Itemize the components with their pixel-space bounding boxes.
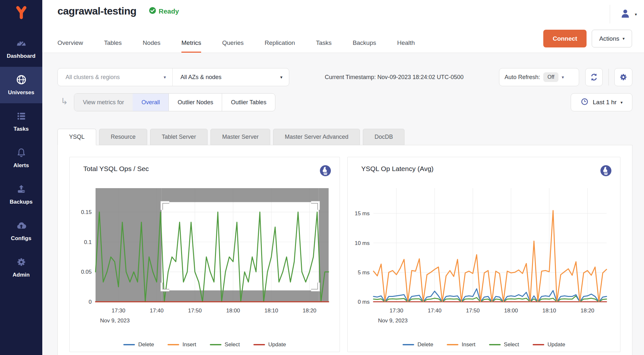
prometheus-icon[interactable] xyxy=(320,165,331,178)
legend-label: Insert xyxy=(182,341,196,348)
sidebar-item-label: Dashboard xyxy=(7,53,36,59)
auto-refresh-dropdown[interactable]: Auto Refresh: Off ▾ xyxy=(499,68,579,86)
divider xyxy=(610,5,610,24)
svg-text:0 ms: 0 ms xyxy=(358,299,370,305)
tab-queries[interactable]: Queries xyxy=(222,39,244,53)
azs-nodes-value: All AZs & nodes xyxy=(180,74,221,81)
view-metrics-label: View metrics for xyxy=(74,94,133,111)
legend-item-insert[interactable]: Insert xyxy=(447,341,475,348)
metric-tab-master-server-advanced[interactable]: Master Server Advanced xyxy=(273,129,360,145)
svg-text:17:50: 17:50 xyxy=(466,308,480,314)
sidebar-item-label: Alerts xyxy=(13,162,29,169)
sidebar-item-admin[interactable]: Admin xyxy=(0,249,42,286)
bell-icon xyxy=(16,147,27,159)
total-ysql-ops-chart[interactable]: 00.050.10.1517:3017:4017:5018:0018:1018:… xyxy=(74,185,335,326)
legend-item-select[interactable]: Select xyxy=(489,341,519,348)
svg-text:17:30: 17:30 xyxy=(112,308,126,314)
tab-overview[interactable]: Overview xyxy=(57,39,83,53)
clusters-regions-value: All clusters & regions xyxy=(66,74,120,81)
legend-item-update[interactable]: Update xyxy=(253,341,286,348)
metric-tab-tablet-server[interactable]: Tablet Server xyxy=(150,129,208,145)
sidebar-item-configs[interactable]: Configs xyxy=(0,213,42,249)
svg-text:18:10: 18:10 xyxy=(542,308,556,314)
svg-text:Nov 9, 2023: Nov 9, 2023 xyxy=(378,318,408,324)
metric-tab-resource[interactable]: Resource xyxy=(99,129,147,145)
task-list-icon xyxy=(16,111,27,123)
legend-item-select[interactable]: Select xyxy=(210,341,240,348)
legend-swatch xyxy=(123,344,135,345)
tab-nodes[interactable]: Nodes xyxy=(143,39,160,53)
metrics-panel: Total YSQL Ops / Sec 00.050.10.1517:3017… xyxy=(57,145,632,355)
auto-refresh-label: Auto Refresh: xyxy=(505,74,540,81)
sidebar-item-label: Configs xyxy=(11,235,31,242)
metric-tabs: YSQLResourceTablet ServerMaster ServerMa… xyxy=(57,129,632,145)
actions-button[interactable]: Actions ▾ xyxy=(592,30,632,47)
legend-swatch xyxy=(533,344,544,345)
azs-nodes-dropdown[interactable]: All AZs & nodes ▾ xyxy=(173,68,289,86)
svg-text:0.15: 0.15 xyxy=(81,209,92,215)
status-text: Ready xyxy=(159,7,179,15)
chevron-down-icon: ▾ xyxy=(620,100,623,105)
view-option-outlier-nodes[interactable]: Outlier Nodes xyxy=(169,94,222,111)
prometheus-icon[interactable] xyxy=(600,165,612,178)
sidebar-item-alerts[interactable]: Alerts xyxy=(0,140,42,176)
clock-icon xyxy=(580,97,589,107)
tab-backups[interactable]: Backups xyxy=(353,39,376,53)
svg-text:0.1: 0.1 xyxy=(84,239,92,245)
dashboard-icon xyxy=(16,38,27,50)
legend-item-insert[interactable]: Insert xyxy=(168,341,196,348)
connect-button[interactable]: Connect xyxy=(543,30,587,47)
svg-text:10 ms: 10 ms xyxy=(355,240,370,246)
svg-text:18:10: 18:10 xyxy=(264,308,278,314)
chart-legend: DeleteInsertSelectUpdate xyxy=(348,341,620,348)
backup-drive-icon xyxy=(16,184,27,196)
time-range-dropdown[interactable]: Last 1 hr ▾ xyxy=(571,93,632,111)
legend-item-delete[interactable]: Delete xyxy=(403,341,433,348)
svg-text:17:40: 17:40 xyxy=(428,308,442,314)
clusters-regions-dropdown[interactable]: All clusters & regions ▾ xyxy=(58,68,173,86)
sidebar-item-backups[interactable]: Backups xyxy=(0,176,42,213)
sidebar-item-label: Universes xyxy=(8,89,34,96)
tab-tasks[interactable]: Tasks xyxy=(316,39,332,53)
svg-text:18:00: 18:00 xyxy=(226,308,240,314)
metric-tab-master-server[interactable]: Master Server xyxy=(210,129,270,145)
svg-text:0: 0 xyxy=(89,299,92,305)
chart-card-ysql-op-latency: YSQL Op Latency (Avg) 0 ms5 ms10 ms15 ms… xyxy=(347,157,620,352)
page-title: cagrawal-testing xyxy=(57,5,137,17)
sidebar: DashboardUniversesTasksAlertsBackupsConf… xyxy=(0,0,42,355)
settings-button[interactable] xyxy=(614,68,632,86)
legend-label: Update xyxy=(268,341,286,348)
legend-swatch xyxy=(253,344,265,345)
sidebar-item-universes[interactable]: Universes xyxy=(0,67,42,103)
legend-item-delete[interactable]: Delete xyxy=(123,341,154,348)
tab-metrics[interactable]: Metrics xyxy=(181,39,201,53)
divider xyxy=(608,69,609,86)
gear-icon xyxy=(619,73,628,82)
refresh-button[interactable] xyxy=(585,68,603,86)
actions-label: Actions xyxy=(599,35,619,42)
yugabyte-logo-icon[interactable] xyxy=(12,3,31,22)
sidebar-item-tasks[interactable]: Tasks xyxy=(0,103,42,140)
globe-icon xyxy=(16,74,27,86)
legend-swatch xyxy=(168,344,179,345)
metric-tab-ysql[interactable]: YSQL xyxy=(57,129,96,145)
status-badge: Ready xyxy=(149,7,179,15)
metric-tab-docdb[interactable]: DocDB xyxy=(363,129,404,145)
ysql-op-latency-chart[interactable]: 0 ms5 ms10 ms15 ms17:3017:4017:5018:0018… xyxy=(352,185,613,326)
legend-item-update[interactable]: Update xyxy=(533,341,565,348)
view-option-outlier-tables[interactable]: Outlier Tables xyxy=(222,94,275,111)
sidebar-item-dashboard[interactable]: Dashboard xyxy=(0,30,42,67)
svg-text:17:40: 17:40 xyxy=(150,308,164,314)
tab-health[interactable]: Health xyxy=(397,39,415,53)
tab-replication[interactable]: Replication xyxy=(265,39,295,53)
legend-label: Insert xyxy=(462,341,475,348)
auto-refresh-value: Off xyxy=(543,72,558,82)
view-metrics-toggle: View metrics for OverallOutlier NodesOut… xyxy=(74,93,276,111)
time-range-value: Last 1 hr xyxy=(593,99,617,106)
user-avatar-icon[interactable] xyxy=(620,8,631,20)
svg-text:17:50: 17:50 xyxy=(188,308,202,314)
sidebar-item-label: Backups xyxy=(10,199,33,205)
user-menu-caret-icon[interactable]: ▾ xyxy=(635,12,637,17)
tab-tables[interactable]: Tables xyxy=(104,39,122,53)
view-option-overall[interactable]: Overall xyxy=(133,94,169,111)
